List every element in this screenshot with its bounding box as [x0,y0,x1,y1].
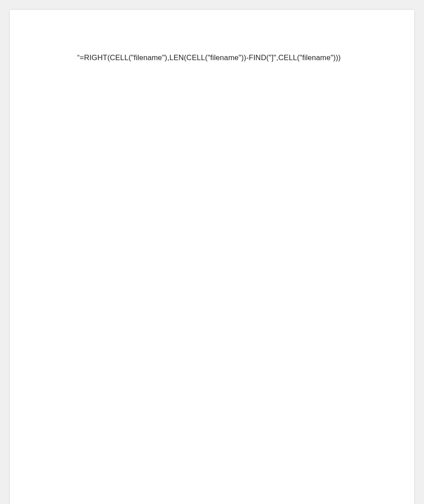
document-page: “=RIGHT(CELL("filename"),LEN(CELL("filen… [10,10,414,504]
formula-text: “=RIGHT(CELL("filename"),LEN(CELL("filen… [77,53,374,62]
